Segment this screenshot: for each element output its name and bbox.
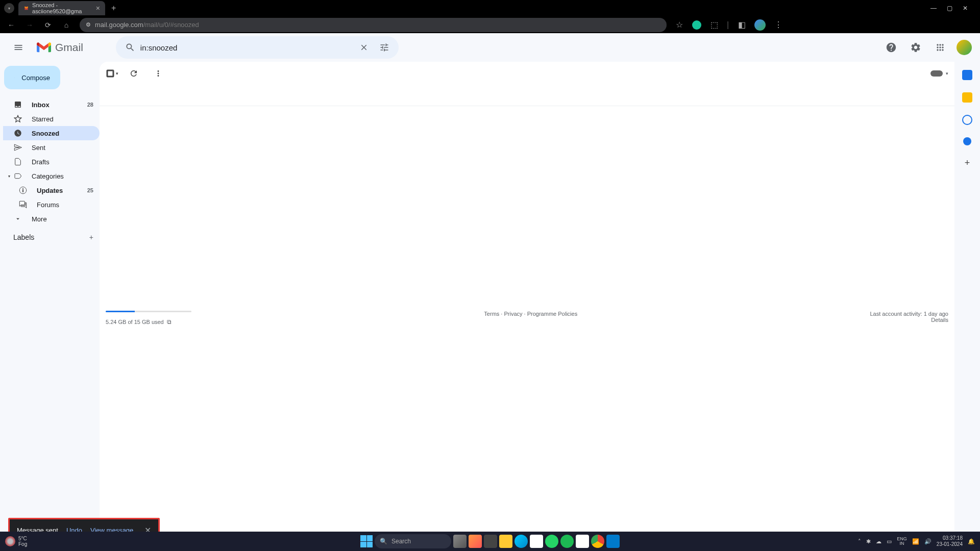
- account-avatar[interactable]: [957, 40, 972, 55]
- close-window-button[interactable]: ✕: [963, 5, 968, 12]
- compose-button[interactable]: Compose: [4, 66, 60, 89]
- browser-tab[interactable]: Snoozed - asciione9520@gma ×: [18, 1, 105, 15]
- sidebar-item-forums[interactable]: Forums: [3, 197, 100, 212]
- address-bar[interactable]: ⚙ mail.google.com/mail/u/0/#snoozed: [80, 18, 667, 32]
- gmail-app: Gmail: [0, 33, 980, 551]
- send-icon: [13, 143, 22, 152]
- new-tab-button[interactable]: +: [111, 4, 116, 13]
- details-link[interactable]: Details: [931, 317, 948, 323]
- sidebar-label: More: [32, 215, 47, 223]
- url-path: /mail/u/0/#snoozed: [143, 21, 199, 29]
- contacts-addon-icon[interactable]: [963, 137, 971, 145]
- search-input[interactable]: [140, 43, 354, 52]
- file-explorer-icon[interactable]: [499, 535, 512, 548]
- forward-button[interactable]: →: [24, 21, 35, 29]
- clock[interactable]: 03:37:18 23-01-2024: [937, 535, 963, 547]
- tray-icon-1[interactable]: ✱: [866, 538, 871, 545]
- checkbox-icon: [106, 69, 115, 78]
- weather-widget[interactable]: 5°C Fog: [5, 536, 27, 547]
- sidebar-item-inbox[interactable]: Inbox 28: [3, 97, 100, 112]
- sidebar-label: Updates: [37, 187, 63, 194]
- whatsapp-icon[interactable]: [545, 535, 558, 548]
- refresh-button[interactable]: [125, 64, 143, 83]
- external-link-icon[interactable]: ⧉: [167, 318, 172, 325]
- clear-search-button[interactable]: [354, 37, 374, 58]
- minimize-button[interactable]: —: [930, 5, 937, 12]
- chrome-profile-icon[interactable]: [754, 19, 766, 31]
- main-menu-button[interactable]: [8, 37, 29, 58]
- notifications-icon[interactable]: 🔔: [968, 538, 975, 545]
- condition: Fog: [18, 541, 27, 547]
- tune-icon: [379, 42, 389, 53]
- extensions-icon[interactable]: ⬚: [709, 20, 719, 30]
- reload-button[interactable]: ⟳: [43, 21, 53, 29]
- onedrive-icon[interactable]: ☁: [876, 538, 881, 545]
- search-options-button[interactable]: [374, 37, 395, 58]
- task-app-1[interactable]: [453, 535, 467, 548]
- start-button[interactable]: [360, 535, 373, 547]
- sidebar-item-more[interactable]: More: [3, 212, 100, 226]
- volume-icon[interactable]: 🔊: [924, 538, 932, 545]
- footer: 5.24 GB of 15 GB used ⧉ Terms · Privacy …: [100, 308, 954, 329]
- sidebar-label: Sent: [32, 144, 45, 152]
- tab-search-button[interactable]: ▾: [4, 3, 14, 13]
- keep-addon-icon[interactable]: [962, 92, 972, 103]
- search-button[interactable]: [120, 37, 140, 58]
- wifi-icon[interactable]: 📶: [912, 538, 919, 545]
- support-button[interactable]: [881, 37, 901, 58]
- calendar-addon-icon[interactable]: [962, 70, 972, 80]
- sidebar-item-drafts[interactable]: Drafts: [3, 155, 100, 169]
- gmail-body: Compose Inbox 28 Starred Snoozed: [0, 62, 980, 551]
- sidebar-item-starred[interactable]: Starred: [3, 112, 100, 126]
- store-icon[interactable]: [530, 535, 543, 548]
- select-all-checkbox[interactable]: ▾: [106, 69, 118, 78]
- back-button[interactable]: ←: [6, 21, 16, 29]
- privacy-link[interactable]: Privacy: [504, 311, 522, 317]
- search-icon: 🔍: [380, 538, 387, 545]
- chrome-icon[interactable]: [591, 535, 604, 548]
- spotify-icon[interactable]: [560, 535, 574, 548]
- edge-icon[interactable]: [514, 535, 528, 548]
- terms-link[interactable]: Terms: [484, 311, 499, 317]
- tray-chevron-icon[interactable]: ˄: [858, 538, 861, 545]
- google-apps-button[interactable]: [930, 37, 950, 58]
- side-panel: + ›: [954, 62, 980, 551]
- settings-button[interactable]: [905, 37, 926, 58]
- more-actions-button[interactable]: [149, 64, 167, 83]
- sidebar-label: Starred: [32, 115, 54, 123]
- apps-grid-icon: [935, 42, 945, 53]
- vscode-icon[interactable]: [606, 535, 620, 548]
- mail-toolbar: ▾ ▾: [100, 62, 954, 85]
- sidebar-label: Drafts: [32, 158, 50, 166]
- tab-close-icon[interactable]: ×: [96, 4, 100, 12]
- bookmark-star-icon[interactable]: ☆: [675, 20, 684, 30]
- add-label-button[interactable]: +: [89, 233, 93, 241]
- task-app-2[interactable]: [469, 535, 482, 548]
- maximize-button[interactable]: ▢: [947, 5, 952, 12]
- sidebar-item-updates[interactable]: Updates 25: [3, 183, 100, 197]
- tray-icon-2[interactable]: ▭: [887, 538, 892, 545]
- sidebar-label: Inbox: [32, 101, 50, 109]
- slack-icon[interactable]: [576, 535, 589, 548]
- taskbar-search[interactable]: 🔍 Search: [375, 534, 451, 548]
- get-addons-button[interactable]: +: [965, 158, 970, 168]
- policies-link[interactable]: Programme Policies: [527, 311, 577, 317]
- sidebar-count: 28: [87, 102, 93, 108]
- chrome-menu-icon[interactable]: ⋮: [774, 20, 783, 30]
- task-app-3[interactable]: [484, 535, 497, 548]
- side-panel-icon[interactable]: ◧: [737, 20, 746, 30]
- tasks-addon-icon[interactable]: [962, 115, 972, 125]
- info-icon: [18, 186, 28, 194]
- sidebar-item-categories[interactable]: ▾ Categories: [3, 169, 100, 183]
- home-button[interactable]: ⌂: [61, 21, 71, 29]
- gmail-logo[interactable]: Gmail: [37, 41, 83, 54]
- site-info-icon[interactable]: ⚙: [86, 21, 91, 28]
- sidebar-item-snoozed[interactable]: Snoozed: [3, 126, 100, 140]
- label-icon: [13, 172, 22, 180]
- temperature: 5°C: [18, 536, 27, 541]
- sidebar-item-sent[interactable]: Sent: [3, 140, 100, 155]
- grammarly-extension-icon[interactable]: [692, 20, 701, 30]
- gear-icon: [910, 42, 921, 53]
- language-indicator[interactable]: ENG IN: [897, 537, 907, 546]
- input-tools-toggle[interactable]: [930, 70, 943, 77]
